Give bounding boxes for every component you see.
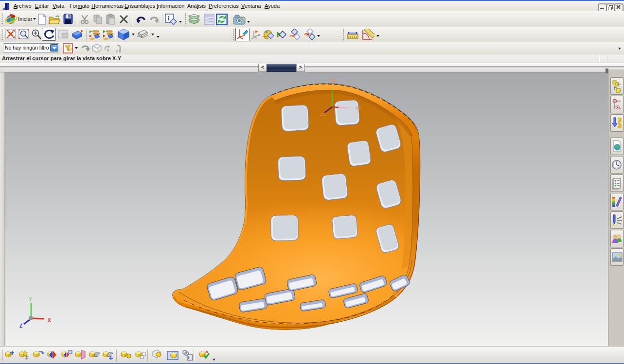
svg-text:X: X [48, 318, 51, 323]
svg-text:Z: Z [19, 323, 22, 329]
svg-text:XC: XC [356, 105, 362, 110]
svg-text:Y: Y [29, 297, 32, 302]
svg-text:i: i [168, 15, 170, 22]
svg-text:YC: YC [330, 77, 336, 83]
svg-text:ZC: ZC [320, 111, 326, 117]
